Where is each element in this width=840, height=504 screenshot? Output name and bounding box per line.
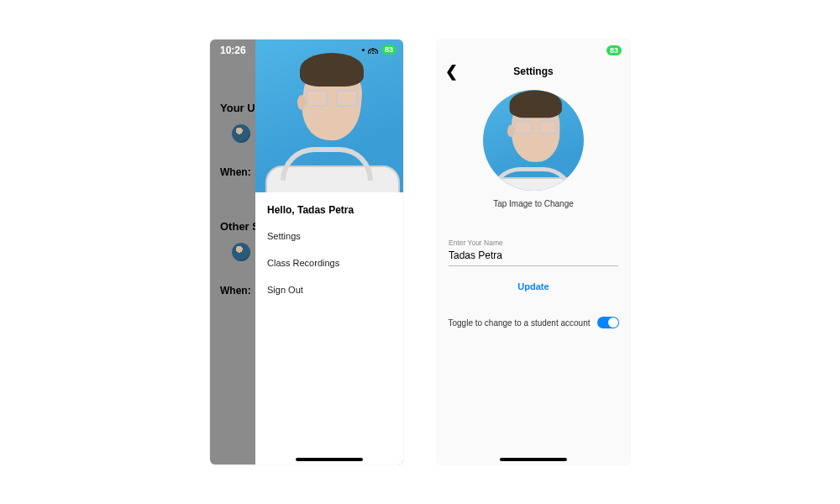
status-time: 10:26 <box>220 45 246 56</box>
profile-avatar[interactable] <box>483 90 584 191</box>
name-field[interactable]: Enter Your Name <box>449 239 618 266</box>
battery-badge: 83 <box>381 45 396 55</box>
phone-drawer-screen: 10:26 Your Up When: Other S When: 83 <box>210 39 403 465</box>
page-title: Settings <box>513 66 553 77</box>
update-button[interactable]: Update <box>437 281 630 291</box>
back-button[interactable]: ❮ <box>445 62 458 81</box>
navigation-drawer: 83 Hello, Tadas Petra Settings Class Rec… <box>255 39 403 465</box>
battery-badge: 83 <box>606 45 622 55</box>
portrait-collar <box>281 147 373 181</box>
drawer-item-class-recordings[interactable]: Class Recordings <box>255 249 403 276</box>
home-indicator[interactable] <box>500 458 567 461</box>
name-input[interactable] <box>449 249 618 261</box>
wifi-icon <box>368 46 378 54</box>
tap-image-hint: Tap Image to Change <box>437 199 630 208</box>
student-toggle-row: Toggle to change to a student account <box>437 317 630 328</box>
status-bar: 83 <box>437 39 630 56</box>
home-indicator[interactable] <box>296 458 363 461</box>
drawer-item-sign-out[interactable]: Sign Out <box>255 276 403 303</box>
drawer-item-settings[interactable]: Settings <box>255 223 403 249</box>
portrait-collar <box>490 167 574 191</box>
status-bar-right: 83 <box>362 45 396 55</box>
title-bar: ❮ Settings <box>437 56 630 87</box>
drawer-profile-image[interactable]: 83 <box>255 39 403 192</box>
bg-avatar-small <box>232 124 250 143</box>
phone-settings-screen: 83 ❮ Settings Tap Image to Change Enter … <box>437 39 630 465</box>
toggle-label: Toggle to change to a student account <box>448 318 590 328</box>
name-field-label: Enter Your Name <box>449 239 618 247</box>
bg-avatar-small <box>232 243 250 261</box>
student-account-toggle[interactable] <box>597 317 619 328</box>
drawer-greeting: Hello, Tadas Petra <box>255 192 403 223</box>
dot-icon <box>362 49 365 51</box>
